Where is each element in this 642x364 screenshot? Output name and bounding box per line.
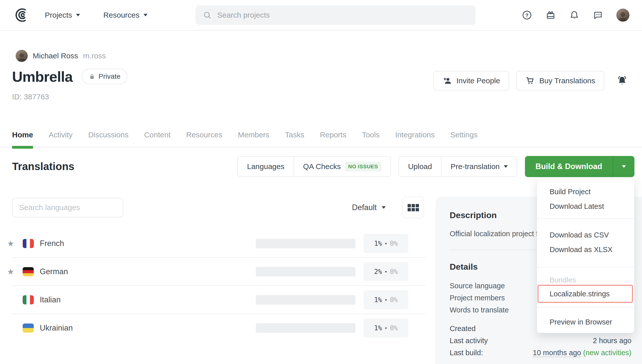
new-activities-link[interactable]: (new activities) <box>583 349 631 357</box>
svg-text:?: ? <box>525 12 529 18</box>
chevron-down-icon <box>382 206 386 209</box>
project-tab-label: Content <box>144 131 170 139</box>
languages-button[interactable]: Languages <box>238 157 293 176</box>
search-projects-input[interactable] <box>217 11 444 20</box>
language-row[interactable]: ★ German 2% • 0% <box>0 258 425 286</box>
project-owner: Michael Ross m.ross <box>16 50 106 62</box>
translation-percent-badge: 1% • 0% <box>364 318 408 338</box>
language-name[interactable]: Italian <box>40 295 61 304</box>
pretranslation-button[interactable]: Pre-translation <box>441 157 517 176</box>
meta-row-last-build: Last build: 10 months ago (new activitie… <box>450 347 631 359</box>
last-build-link[interactable]: 10 months ago <box>533 349 581 357</box>
language-name[interactable]: Ukrainian <box>40 323 73 333</box>
translated-percent: 1% <box>374 296 382 304</box>
project-tab-label: Settings <box>450 131 478 139</box>
sort-dropdown[interactable]: Default <box>352 198 386 217</box>
build-download-button[interactable]: Build & Download <box>525 156 613 177</box>
favorite-star-icon[interactable]: ★ <box>0 267 23 276</box>
menu-item-download-xlsx[interactable]: Download as XLSX <box>537 242 634 257</box>
owner-avatar[interactable] <box>16 50 28 62</box>
global-search[interactable] <box>196 5 476 25</box>
cart-icon <box>525 76 535 86</box>
project-notifications-bell-icon[interactable] <box>616 75 628 87</box>
qa-checks-button[interactable]: QA Checks NO ISSUES <box>294 157 390 176</box>
language-name[interactable]: French <box>40 239 64 248</box>
owner-name[interactable]: Michael Ross <box>33 52 78 60</box>
search-languages-input[interactable] <box>19 203 117 212</box>
project-tab[interactable]: Activity <box>49 123 73 147</box>
chevron-down-icon <box>76 14 80 16</box>
meta-label: Last activity <box>450 335 488 347</box>
grid-view-button[interactable] <box>402 197 424 218</box>
app-window: Projects Resources ? <box>0 0 642 364</box>
language-row[interactable]: ★ Italian 1% • 0% <box>0 286 425 314</box>
menu-item-localizable-strings[interactable]: Localizable.strings <box>537 287 634 301</box>
build-download-menu: Build Project Download Latest Download a… <box>537 178 634 333</box>
language-row[interactable]: ★ Ukrainian 1% • 0% <box>0 314 425 342</box>
project-tab[interactable]: Discussions <box>88 123 128 147</box>
invite-people-button[interactable]: Invite People <box>433 71 509 91</box>
language-search[interactable] <box>12 198 123 217</box>
chevron-down-icon <box>504 165 508 168</box>
upload-button[interactable]: Upload <box>399 157 441 176</box>
language-flag-icon <box>23 323 34 333</box>
percent-separator: • <box>384 297 387 303</box>
favorite-star-icon[interactable]: ★ <box>0 323 23 333</box>
languages-qa-group: Languages QA Checks NO ISSUES <box>237 156 391 177</box>
help-icon[interactable]: ? <box>522 10 532 20</box>
menu-section-bundles: Bundles <box>537 274 634 286</box>
user-avatar[interactable] <box>616 9 629 22</box>
invite-people-label: Invite People <box>456 76 500 85</box>
language-flag-icon <box>23 239 34 248</box>
menu-item-download-latest[interactable]: Download Latest <box>537 199 634 214</box>
messages-icon[interactable] <box>593 10 603 20</box>
meta-label: Last build: <box>450 347 483 359</box>
translated-percent: 2% <box>374 268 382 275</box>
favorite-star-icon[interactable]: ★ <box>0 295 23 305</box>
project-tab[interactable]: Tools <box>362 123 380 147</box>
translation-progress-bar <box>256 323 355 333</box>
nav-icon-group: ? <box>522 0 629 30</box>
menu-item-preview-in-browser[interactable]: Preview in Browser <box>537 315 634 329</box>
translation-progress-bar <box>256 267 355 276</box>
menu-item-build-project[interactable]: Build Project <box>537 184 634 199</box>
approved-percent: 0% <box>390 240 398 247</box>
project-tab[interactable]: Resources <box>186 123 222 147</box>
project-id: ID: 387763 <box>12 93 49 101</box>
project-tab[interactable]: Members <box>238 123 269 147</box>
menu-item-download-csv[interactable]: Download as CSV <box>537 228 634 242</box>
project-tab-label: Reports <box>320 131 346 139</box>
percent-separator: • <box>384 325 387 331</box>
language-row[interactable]: ★ French 1% • 0% <box>0 229 425 258</box>
notifications-bell-icon[interactable] <box>569 10 580 20</box>
project-tab-label: Discussions <box>88 131 128 139</box>
percent-separator: • <box>384 241 387 246</box>
chevron-down-icon <box>144 14 148 16</box>
search-icon <box>203 11 212 20</box>
build-download-split-button: Build & Download <box>525 156 634 177</box>
project-tab[interactable]: Content <box>144 123 170 147</box>
upload-pretranslation-group: Upload Pre-translation <box>399 156 517 177</box>
project-tab[interactable]: Settings <box>450 123 478 147</box>
project-tab-label: Integrations <box>395 131 435 139</box>
translation-progress-bar <box>256 239 355 248</box>
project-tab[interactable]: Tasks <box>285 123 304 147</box>
nav-menu-projects[interactable]: Projects <box>45 11 80 19</box>
favorite-star-icon[interactable]: ★ <box>0 239 23 248</box>
gift-icon[interactable] <box>545 10 556 20</box>
project-tab-label: Tasks <box>285 131 304 139</box>
translated-percent: 1% <box>374 240 382 247</box>
qa-checks-button-label: QA Checks <box>303 162 341 171</box>
language-name[interactable]: German <box>40 267 68 276</box>
page-title: Umbrella <box>12 68 73 85</box>
meta-value: 2 hours ago <box>593 335 631 347</box>
project-tab[interactable]: Reports <box>320 123 346 147</box>
buy-translations-button[interactable]: Buy Translations <box>516 71 604 91</box>
app-logo-icon[interactable] <box>13 7 30 23</box>
build-download-menu-toggle[interactable] <box>613 156 634 177</box>
language-list: ★ French 1% • 0% ★ German <box>0 229 425 342</box>
project-tab[interactable]: Integrations <box>395 123 435 147</box>
nav-menu-resources[interactable]: Resources <box>103 11 147 19</box>
project-tab[interactable]: Home <box>12 123 33 147</box>
upload-button-label: Upload <box>408 162 432 171</box>
